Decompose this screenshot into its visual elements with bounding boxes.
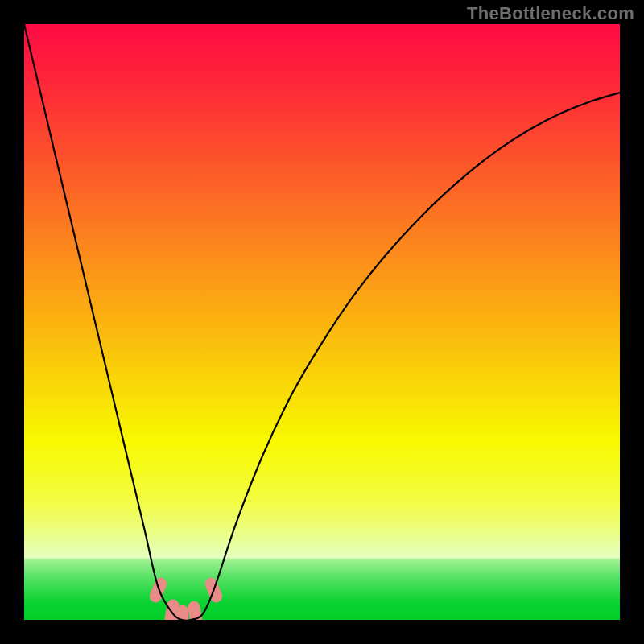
bottleneck-chart <box>24 24 620 620</box>
watermark-label: TheBottleneck.com <box>467 3 634 24</box>
gradient-background <box>24 24 620 620</box>
chart-container <box>24 24 620 620</box>
